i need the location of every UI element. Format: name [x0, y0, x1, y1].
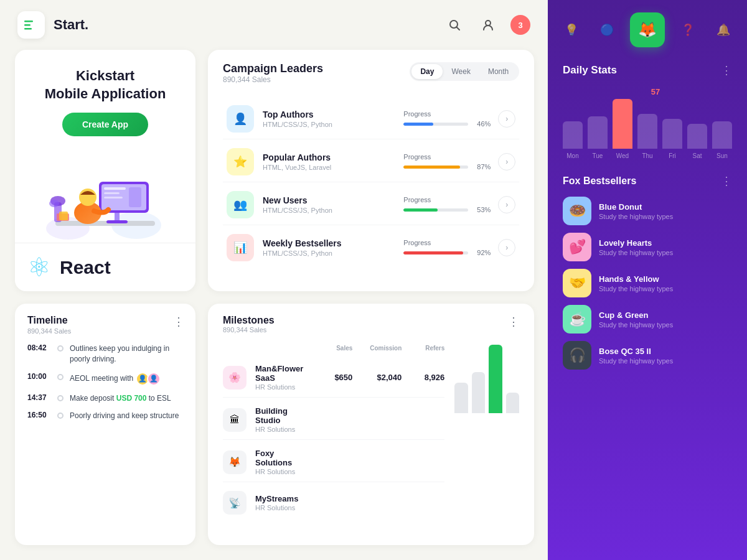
create-app-button[interactable]: Create App: [62, 113, 148, 136]
daily-stats-bar: [637, 114, 657, 149]
timeline-time: 08:42: [27, 343, 51, 352]
fox-bestseller-thumb: 💕: [563, 233, 591, 261]
react-badge: ⚛ React: [15, 243, 195, 291]
notification-badge[interactable]: 3: [510, 15, 530, 35]
timeline-time: 14:37: [27, 393, 51, 402]
milestones-subtitle: 890,344 Sales: [223, 326, 275, 334]
progress-bar-bg: [403, 208, 468, 212]
campaign-row-tags: HTML/CSS/JS, Python: [263, 121, 403, 128]
fox-bestsellers-options[interactable]: ⋮: [721, 174, 732, 188]
fox-bestseller-sub: Study the highway types: [599, 213, 732, 220]
milestone-icon: 🦊: [223, 450, 247, 474]
timeline-items: 08:42 Outlines keep you indulging in poo…: [27, 343, 183, 421]
milestones-list: Sales Comission Refers 🌸 Man&Flower SaaS…: [223, 345, 444, 521]
panel-icon-question[interactable]: ❓: [675, 17, 700, 42]
progress-bar-bg: [403, 251, 468, 254]
daily-stats-bar: [712, 121, 732, 149]
campaign-card: Campaign Leaders 890,344 Sales Day Week …: [208, 50, 534, 291]
campaign-subtitle: 890,344 Sales: [223, 75, 323, 84]
milestones-options[interactable]: ⋮: [508, 315, 519, 329]
timeline-subtitle: 890,344 Sales: [27, 327, 183, 335]
fox-bestseller-item[interactable]: 💕 Lovely Hearts Study the highway types: [563, 233, 732, 261]
daily-stats-options[interactable]: ⋮: [721, 63, 732, 77]
react-icon: ⚛: [27, 252, 51, 282]
timeline-dot: [57, 374, 63, 380]
tab-week[interactable]: Week: [443, 64, 479, 79]
tab-day[interactable]: Day: [411, 64, 443, 79]
milestone-icon: 🌸: [223, 366, 247, 390]
user-icon[interactable]: [477, 14, 499, 36]
campaign-row-arrow[interactable]: ›: [498, 196, 515, 213]
fox-bestseller-thumb: 🤝: [563, 269, 591, 297]
panel-icon-fox[interactable]: 🦊: [630, 12, 665, 47]
panel-icon-bell[interactable]: 🔔: [711, 17, 736, 42]
fox-bestsellers-list: 🍩 Blue Donut Study the highway types 💕 L…: [563, 197, 732, 370]
campaign-row-info: Popular Authors HTML, VueJS, Laravel: [263, 152, 403, 171]
fox-bestseller-item[interactable]: ☕ Cup & Green Study the highway types: [563, 305, 732, 334]
milestones-content: Sales Comission Refers 🌸 Man&Flower SaaS…: [223, 345, 519, 521]
milestones-col-headers: Sales Comission Refers: [223, 345, 444, 355]
campaign-row-icon: ⭐: [227, 148, 254, 175]
milestone-icon: 📡: [223, 491, 247, 515]
daily-stats-bar-wrap: Thu: [637, 114, 657, 159]
svg-rect-13: [104, 187, 126, 190]
fox-bestsellers-title: Fox Bestsellers: [563, 175, 636, 187]
search-icon[interactable]: [443, 14, 466, 36]
timeline-time: 16:50: [27, 411, 51, 419]
milestone-sub: HR Solutions: [255, 504, 303, 511]
right-panel: 💡 🔵 🦊 ❓ 🔔 Daily Stats ⋮ 57 MonTueWedThuF…: [548, 0, 747, 560]
ms-sales: $650: [312, 373, 352, 382]
campaign-row-name: New Users: [263, 195, 403, 205]
progress-label: Progress: [403, 196, 491, 203]
milestone-bar-wrap: [454, 345, 468, 413]
svg-point-5: [486, 21, 491, 26]
progress-bar-bg: [403, 123, 468, 126]
milestone-row: 🏛 Building Studio HR Solutions: [223, 400, 444, 440]
panel-icons-row: 💡 🔵 🦊 ❓ 🔔: [548, 0, 747, 57]
daily-stats-day-label: Thu: [642, 152, 652, 159]
campaign-row-icon: 👤: [227, 105, 254, 133]
campaign-row-arrow[interactable]: ›: [498, 153, 515, 170]
daily-stats-day-label: Tue: [593, 152, 603, 159]
svg-point-21: [49, 200, 59, 207]
milestone-info: MyStreams HR Solutions: [255, 494, 303, 511]
fox-bestseller-item[interactable]: 🤝 Hands & Yellow Study the highway types: [563, 269, 732, 297]
campaign-row-progress: Progress 53%: [403, 196, 491, 213]
milestone-bar: [454, 383, 468, 414]
milestones-title: Milestones: [223, 315, 275, 326]
svg-rect-0: [24, 21, 33, 22]
milestone-info: Man&Flower SaaS HR Solutions: [255, 364, 303, 391]
logo-text: Start.: [54, 17, 88, 33]
milestone-row: 🦊 Foxy Solutions HR Solutions: [223, 442, 444, 482]
fox-bestseller-info: Hands & Yellow Study the highway types: [599, 274, 732, 292]
daily-stats-day-label: Sun: [716, 152, 728, 159]
svg-line-4: [457, 27, 460, 30]
timeline-item: 14:37 Make deposit USD 700 to ESL: [27, 393, 183, 404]
campaign-row-arrow[interactable]: ›: [498, 239, 515, 256]
milestone-sub: HR Solutions: [255, 468, 303, 475]
header: Start. 3: [0, 0, 548, 50]
fox-bestseller-thumb: 🍩: [563, 197, 591, 225]
tab-month[interactable]: Month: [479, 64, 517, 79]
progress-pct: 53%: [473, 206, 491, 213]
panel-icon-circle[interactable]: 🔵: [594, 17, 619, 42]
svg-rect-16: [129, 187, 141, 207]
fox-bestseller-name: Hands & Yellow: [599, 274, 732, 284]
campaign-row-arrow[interactable]: ›: [498, 110, 515, 128]
campaign-row-icon: 👥: [227, 191, 254, 218]
progress-bar-fill: [403, 251, 463, 254]
fox-bestseller-sub: Study the highway types: [599, 357, 732, 365]
milestone-name: MyStreams: [255, 494, 303, 503]
timeline-options[interactable]: ⋮: [173, 315, 184, 329]
daily-stats-bar: [588, 116, 608, 149]
timeline-dot: [57, 345, 63, 352]
daily-stats-title: Daily Stats: [563, 64, 617, 77]
daily-stats-bar-wrap: Fri: [662, 119, 682, 159]
svg-rect-2: [24, 28, 32, 30]
fox-bestseller-item[interactable]: 🍩 Blue Donut Study the highway types: [563, 197, 732, 225]
progress-bar-bg: [403, 166, 468, 169]
progress-bar-wrap: 46%: [403, 120, 491, 128]
fox-bestseller-item[interactable]: 🎧 Bose QC 35 II Study the highway types: [563, 341, 732, 370]
daily-stats-day-label: Mon: [566, 152, 578, 159]
panel-icon-lightbulb[interactable]: 💡: [559, 17, 584, 42]
